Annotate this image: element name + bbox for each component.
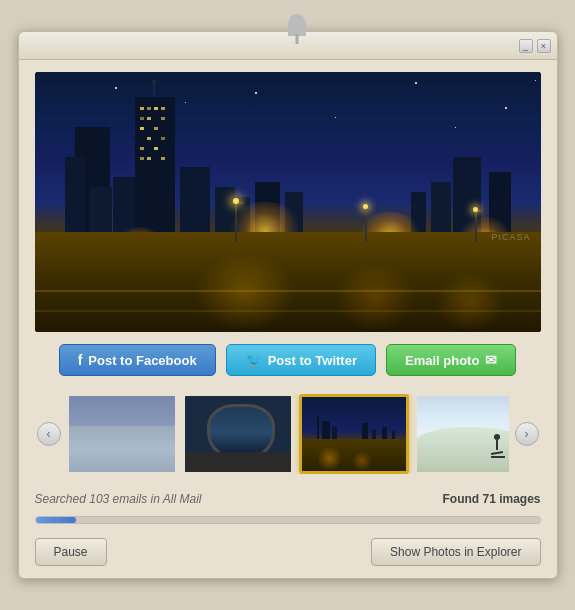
email-icon: ✉	[485, 352, 497, 368]
action-buttons-bar: f Post to Facebook 🐦 Post to Twitter Ema…	[35, 344, 541, 376]
thumbnail-1-image	[69, 396, 175, 472]
pause-button[interactable]: Pause	[35, 538, 107, 566]
show-photos-button[interactable]: Show Photos in Explorer	[371, 538, 540, 566]
main-photo-container: PICASA	[35, 72, 541, 332]
progress-bar-container	[35, 516, 541, 524]
progress-bar-fill	[36, 517, 76, 523]
thumbnail-1[interactable]	[67, 394, 177, 474]
thumbnails-container	[67, 394, 509, 474]
facebook-icon: f	[78, 352, 83, 368]
thumbnail-strip: ‹	[35, 390, 541, 478]
watermark: PICASA	[491, 232, 530, 242]
minimize-button[interactable]: _	[519, 39, 533, 53]
post-facebook-button[interactable]: f Post to Facebook	[59, 344, 216, 376]
bottom-buttons-bar: Pause Show Photos in Explorer	[35, 538, 541, 566]
found-count-text: Found 71 images	[442, 492, 540, 506]
main-photo: PICASA	[35, 72, 541, 332]
titlebar: _ ×	[19, 32, 557, 60]
post-twitter-button[interactable]: 🐦 Post to Twitter	[226, 344, 376, 376]
status-bar: Searched 103 emails in All Mail Found 71…	[35, 492, 541, 506]
search-status-text: Searched 103 emails in All Mail	[35, 492, 202, 506]
thumbnail-4[interactable]	[415, 394, 509, 474]
twitter-icon: 🐦	[245, 352, 262, 368]
strip-next-button[interactable]: ›	[515, 422, 539, 446]
email-photo-button[interactable]: Email photo ✉	[386, 344, 516, 376]
close-button[interactable]: ×	[537, 39, 551, 53]
thumbnail-2[interactable]	[183, 394, 293, 474]
content-area: PICASA f Post to Facebook 🐦 Post to Twit…	[19, 60, 557, 578]
thumbnail-3-image	[302, 397, 406, 471]
thumbnail-2-image	[185, 396, 291, 472]
thumbnail-4-image	[417, 396, 509, 472]
thumbnail-3[interactable]	[299, 394, 409, 474]
strip-prev-button[interactable]: ‹	[37, 422, 61, 446]
main-window: _ ×	[18, 31, 558, 579]
